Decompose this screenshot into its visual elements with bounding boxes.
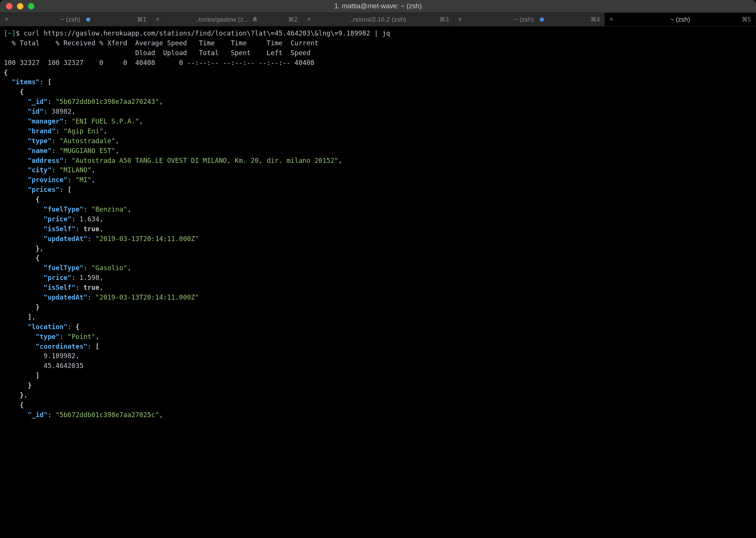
maximize-window-button[interactable] — [28, 3, 34, 9]
json-key: "updatedAt" — [43, 294, 87, 301]
curl-stats: 100 32327 100 32327 0 0 40408 0 --:--:--… — [4, 59, 314, 66]
tab-1[interactable]: × ~ (zsh) ⌘1 — [0, 13, 151, 26]
json-key: "type" — [36, 333, 59, 340]
prompt-open: [ — [4, 29, 8, 37]
json-value: "Agip Eni" — [64, 127, 103, 135]
json-value: 45.4642035 — [43, 362, 83, 369]
json-value: "MILANO" — [60, 166, 91, 174]
curl-header-2: Dload Upload Total Spent Left Speed — [4, 49, 310, 57]
json-value: true — [84, 284, 99, 291]
json-key: "manager" — [28, 117, 64, 125]
titlebar: 1. mattia@met-wave: ~ (zsh) — [0, 0, 756, 13]
json-value: 9.189982 — [43, 352, 75, 360]
tab-label: ..rsions/2.16.2 (zsh) — [350, 16, 406, 23]
json-key: "updatedAt" — [43, 235, 87, 243]
tab-label: ~ (zsh) — [514, 16, 534, 23]
json-key: "name" — [28, 147, 51, 155]
tab-shortcut: ⌘5 — [742, 16, 751, 23]
prompt-tilde: ~ — [8, 29, 12, 37]
json-value: "ENI FUEL S.P.A." — [71, 117, 139, 125]
command-line: curl https://gaslow.herokuapp.com/statio… — [24, 29, 390, 37]
close-icon[interactable]: × — [156, 15, 160, 23]
terminal-window: 1. mattia@met-wave: ~ (zsh) × ~ (zsh) ⌘1… — [0, 0, 756, 538]
json-value: "Autostrada A50 TANG.LE OVEST DI MILANO,… — [71, 157, 338, 164]
json-key: "_id" — [28, 98, 48, 105]
json-key: "fuelType" — [43, 264, 83, 272]
json-key: "type" — [28, 137, 51, 145]
json-value: "Point" — [68, 333, 96, 340]
window-title: 1. mattia@met-wave: ~ (zsh) — [335, 2, 422, 10]
json-key: "coordinates" — [36, 343, 87, 350]
json-key: "prices" — [28, 186, 59, 193]
tabbar: × ~ (zsh) ⌘1 × ..tories/gaslow (z... 🔔︎ … — [0, 13, 756, 26]
json-value: "5b672ddb01c398e7aa270243" — [56, 98, 159, 105]
json-value: "MI" — [76, 176, 91, 184]
json-key: "brand" — [28, 127, 56, 135]
curl-header-1: % Total % Received % Xferd Average Speed… — [4, 39, 318, 47]
close-window-button[interactable] — [6, 3, 12, 9]
tab-label: ~ (zsh) — [60, 16, 80, 23]
json-key: "location" — [28, 323, 67, 331]
tab-label: ..tories/gaslow (z... — [195, 16, 249, 23]
prompt-dollar: $ — [16, 29, 20, 37]
prompt-close: ] — [12, 29, 16, 37]
json-value: 38982 — [51, 108, 71, 115]
tab-5[interactable]: × ~ (zsh) ⌘5 — [605, 13, 756, 26]
close-icon[interactable]: × — [458, 15, 462, 23]
json-key: "price" — [43, 274, 71, 281]
activity-dot-icon — [86, 17, 90, 22]
traffic-lights — [0, 3, 34, 9]
close-icon[interactable]: × — [5, 15, 9, 23]
tab-shortcut: ⌘2 — [288, 16, 297, 23]
tab-2[interactable]: × ..tories/gaslow (z... 🔔︎ ⌘2 — [151, 13, 302, 26]
tab-3[interactable]: × ..rsions/2.16.2 (zsh) ⌘3 — [302, 13, 454, 26]
json-value: "Benzina" — [91, 206, 127, 213]
json-value: "Gasolio" — [91, 264, 127, 272]
json-key: "items" — [12, 78, 40, 86]
json-value: "2019-03-13T20:14:11.000Z" — [95, 294, 199, 301]
json-key: "_id" — [28, 411, 48, 419]
activity-dot-icon — [540, 17, 544, 22]
json-value: "MUGGIANO EST" — [60, 147, 116, 155]
tab-4[interactable]: × ~ (zsh) ⌘4 — [454, 13, 605, 26]
json-key: "address" — [28, 157, 64, 164]
json-key: "isSelf" — [43, 284, 75, 291]
json-value: "Autostradale" — [60, 137, 116, 145]
json-key: "fuelType" — [43, 206, 83, 213]
bell-icon: 🔔︎ — [252, 16, 258, 23]
json-key: "price" — [43, 215, 71, 223]
json-value: true — [84, 225, 99, 233]
json-value: "2019-03-13T20:14:11.000Z" — [95, 235, 199, 243]
json-key: "city" — [28, 166, 51, 174]
json-value: 1.598 — [79, 274, 99, 281]
minimize-window-button[interactable] — [17, 3, 23, 9]
json-open-brace: { — [4, 69, 8, 76]
json-key: "province" — [28, 176, 67, 184]
json-value: "5b672ddb01c398e7aa27025c" — [56, 411, 159, 419]
close-icon[interactable]: × — [609, 15, 613, 23]
json-key: "id" — [28, 108, 43, 115]
tab-shortcut: ⌘3 — [439, 16, 449, 23]
tab-shortcut: ⌘4 — [590, 16, 600, 23]
close-icon[interactable]: × — [307, 15, 311, 23]
tab-shortcut: ⌘1 — [137, 16, 146, 23]
json-value: 1.634 — [79, 215, 99, 223]
terminal-content[interactable]: [~]$ curl https://gaslow.herokuapp.com/s… — [0, 26, 756, 538]
json-key: "isSelf" — [43, 225, 75, 233]
tab-label: ~ (zsh) — [670, 16, 690, 23]
